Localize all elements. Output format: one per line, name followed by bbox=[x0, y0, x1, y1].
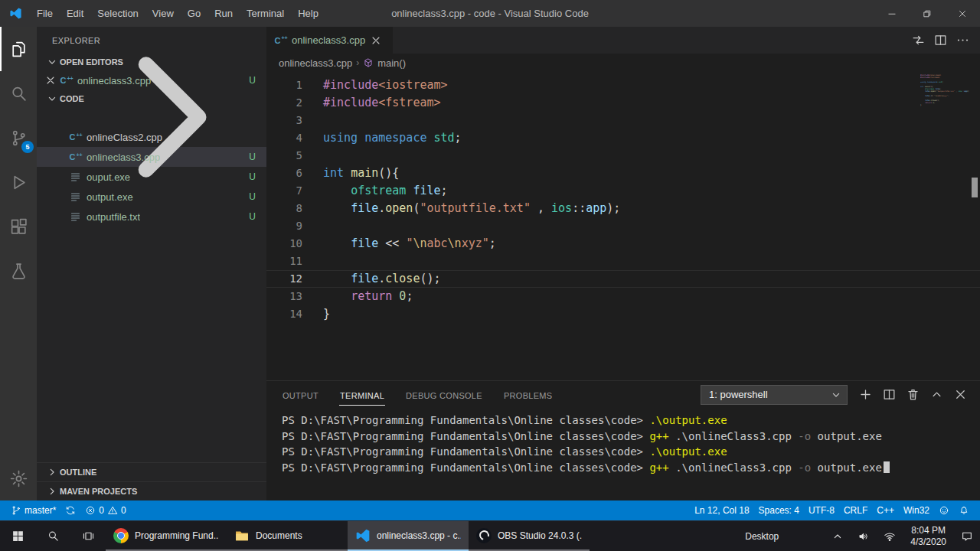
activity-source-control-button[interactable]: 5 bbox=[0, 116, 37, 160]
breadcrumb-separator: › bbox=[356, 57, 359, 68]
menu-selection[interactable]: Selection bbox=[90, 0, 145, 27]
menu-help[interactable]: Help bbox=[291, 0, 325, 27]
line-content bbox=[302, 253, 323, 270]
close-window-button[interactable] bbox=[945, 0, 980, 27]
panel-tab-problems[interactable]: PROBLEMS bbox=[503, 384, 554, 406]
taskbar-app-label: OBS Studio 24.0.3 (... bbox=[498, 530, 582, 541]
section-outline[interactable]: OUTLINE bbox=[37, 462, 266, 481]
panel-tab-terminal[interactable]: TERMINAL bbox=[339, 384, 385, 406]
taskbar-clock[interactable]: 8:04 PM 4/3/2020 bbox=[903, 525, 954, 548]
code-line-4[interactable]: 4using namespace std; bbox=[266, 129, 980, 147]
taskbar-app-chrome[interactable]: Programming Fund... bbox=[106, 521, 227, 551]
sync-button[interactable] bbox=[60, 500, 80, 520]
code-line-10[interactable]: 10 file << "\nabc\nxyz"; bbox=[266, 235, 980, 253]
status-language-mode[interactable]: C++ bbox=[872, 505, 899, 516]
split-editor-icon[interactable] bbox=[933, 33, 948, 47]
menu-run[interactable]: Run bbox=[207, 0, 240, 27]
menu-view[interactable]: View bbox=[145, 0, 181, 27]
code-line-7[interactable]: 7 ofstream file; bbox=[266, 182, 980, 200]
taskbar-app-explorer-folder[interactable]: Documents bbox=[227, 521, 348, 551]
vscode-app-icon bbox=[355, 528, 371, 543]
start-button[interactable] bbox=[0, 521, 35, 551]
code-line-1[interactable]: 1#include<iostream> bbox=[266, 77, 980, 94]
kill-terminal-button[interactable] bbox=[906, 387, 920, 402]
more-actions-icon[interactable] bbox=[956, 33, 970, 47]
status-encoding[interactable]: UTF-8 bbox=[804, 505, 839, 516]
split-terminal-button[interactable] bbox=[882, 387, 897, 402]
panel-tab-debug-console[interactable]: DEBUG CONSOLE bbox=[405, 384, 483, 406]
terminal-shell-select[interactable]: 1: powershell bbox=[701, 385, 848, 405]
taskbar-app-obs[interactable]: OBS Studio 24.0.3 (... bbox=[469, 521, 590, 551]
code-line-5[interactable]: 5 bbox=[266, 147, 980, 165]
section-label: OUTLINE bbox=[60, 468, 96, 477]
settings-gear-button[interactable] bbox=[0, 456, 37, 500]
menu-terminal[interactable]: Terminal bbox=[240, 0, 291, 27]
code-line-12[interactable]: 12 file.close(); bbox=[266, 270, 980, 288]
minimap[interactable]: #include<iostream>#include<fstream>using… bbox=[920, 74, 969, 106]
close-panel-button[interactable] bbox=[953, 387, 968, 402]
panel-tab-output[interactable]: OUTPUT bbox=[282, 384, 319, 406]
new-terminal-button[interactable] bbox=[858, 387, 873, 402]
minimize-button[interactable] bbox=[874, 0, 910, 27]
code-line-8[interactable]: 8 file.open("outputfile.txt" , ios::app)… bbox=[266, 200, 980, 217]
open-changes-icon[interactable] bbox=[911, 33, 926, 47]
status-platform[interactable]: Win32 bbox=[899, 505, 934, 516]
menu-file[interactable]: File bbox=[30, 0, 60, 27]
activity-test-button[interactable] bbox=[0, 249, 37, 293]
code-line-3[interactable]: 3 bbox=[266, 112, 980, 129]
network-icon[interactable] bbox=[884, 530, 896, 543]
code-line-13[interactable]: 13 return 0; bbox=[266, 288, 980, 305]
activity-extensions-button[interactable] bbox=[0, 204, 37, 249]
menu-edit[interactable]: Edit bbox=[60, 0, 90, 27]
editor-tab[interactable]: C++onlineclass3.cpp bbox=[266, 27, 393, 54]
status-label: Ln 12, Col 18 bbox=[694, 505, 749, 516]
code-line-6[interactable]: 6int main(){ bbox=[266, 165, 980, 182]
tab-label: onlineclass3.cpp bbox=[292, 34, 365, 46]
volume-icon[interactable] bbox=[858, 530, 870, 543]
status-eol[interactable]: CRLF bbox=[839, 505, 872, 516]
feedback-button[interactable] bbox=[934, 505, 954, 516]
git-branch-status[interactable]: master* bbox=[6, 500, 60, 520]
line-number: 11 bbox=[266, 253, 302, 270]
taskbar-app-vscode[interactable]: onlineclass3.cpp - c... bbox=[348, 521, 469, 551]
line-content bbox=[302, 112, 323, 129]
breadcrumb[interactable]: onlineclass3.cpp › main() bbox=[266, 54, 980, 72]
code-line-9[interactable]: 9 bbox=[266, 217, 980, 235]
activity-bar-spacer bbox=[0, 293, 37, 456]
breadcrumb-file[interactable]: onlineclass3.cpp bbox=[279, 57, 352, 69]
menu-go[interactable]: Go bbox=[181, 0, 207, 27]
sidebar-spacer bbox=[37, 227, 266, 462]
line-number: 1 bbox=[266, 77, 302, 94]
task-view-button[interactable] bbox=[70, 521, 106, 551]
code-line-2[interactable]: 2#include<fstream> bbox=[266, 94, 980, 112]
taskbar-search-button[interactable] bbox=[35, 521, 70, 551]
line-number: 10 bbox=[266, 235, 302, 253]
notification-center-icon[interactable] bbox=[961, 530, 973, 543]
code-line-14[interactable]: 14} bbox=[266, 305, 980, 323]
code-line-11[interactable]: 11 bbox=[266, 253, 980, 270]
code-editor[interactable]: 1#include<iostream>2#include<fstream>34u… bbox=[266, 72, 980, 380]
code-lines: 1#include<iostream>2#include<fstream>34u… bbox=[266, 77, 980, 323]
git-status-badge: U bbox=[249, 152, 256, 162]
status-indentation[interactable]: Spaces: 4 bbox=[754, 505, 804, 516]
problems-status[interactable]: 0 0 bbox=[80, 500, 130, 520]
status-cursor-position[interactable]: Ln 12, Col 18 bbox=[690, 505, 753, 516]
terminal-output[interactable]: PS D:\FAST\Programming Fundamentals\Onli… bbox=[266, 408, 980, 500]
maximize-panel-button[interactable] bbox=[929, 387, 944, 402]
scm-changes-badge: 5 bbox=[21, 141, 34, 153]
panel-tabs: OUTPUTTERMINALDEBUG CONSOLEPROBLEMS bbox=[282, 384, 553, 406]
desktop-toolbar-label[interactable]: Desktop bbox=[736, 531, 788, 542]
line-content: file.close(); bbox=[302, 270, 441, 288]
activity-search-button[interactable] bbox=[0, 71, 37, 116]
chevron-up-icon[interactable] bbox=[831, 530, 844, 543]
restore-button[interactable] bbox=[910, 0, 945, 27]
activity-run-debug-button[interactable] bbox=[0, 160, 37, 204]
line-number: 7 bbox=[266, 182, 302, 200]
editor-scrollbar[interactable] bbox=[972, 178, 978, 197]
activity-explorer-button[interactable] bbox=[0, 27, 37, 71]
notifications-button[interactable] bbox=[954, 505, 974, 516]
breadcrumb-symbol[interactable]: main() bbox=[377, 57, 406, 69]
chevron-right-icon bbox=[46, 466, 58, 478]
tree-item-.vscode[interactable]: .vscode bbox=[37, 107, 266, 127]
section-maven-projects[interactable]: MAVEN PROJECTS bbox=[37, 481, 266, 500]
